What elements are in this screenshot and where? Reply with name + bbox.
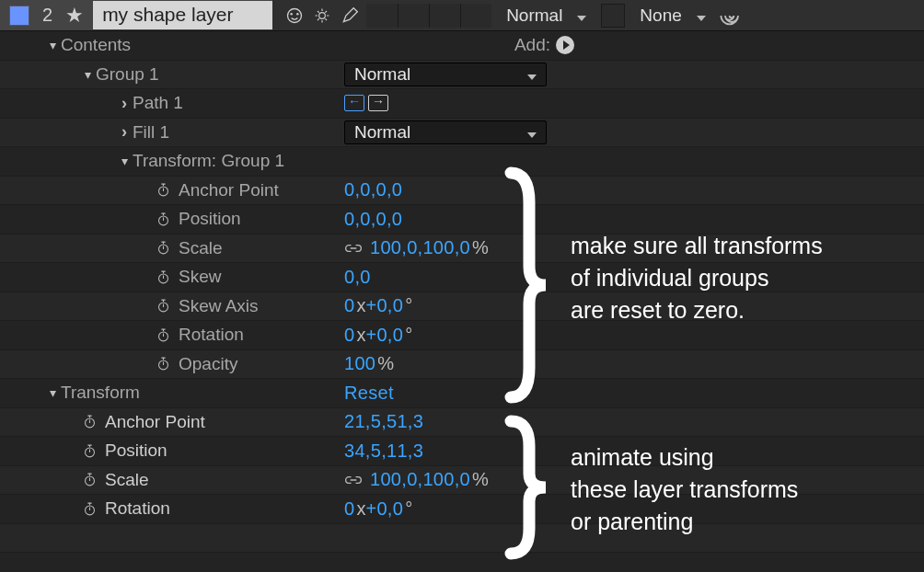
prop-label: Rotation — [105, 498, 170, 519]
parent-value: None — [640, 6, 681, 26]
add-label: Add: — [514, 35, 550, 55]
layer-index: 2 — [42, 5, 52, 26]
prop-label: Anchor Point — [105, 412, 205, 432]
stopwatch-icon[interactable] — [153, 296, 173, 316]
twirl-icon[interactable] — [116, 122, 133, 142]
prop-label: Skew Axis — [179, 296, 259, 316]
fx-icon[interactable] — [283, 5, 306, 27]
svg-point-0 — [288, 8, 302, 22]
prop-label: Position — [179, 209, 241, 229]
transform-label: Transform — [61, 383, 140, 403]
stopwatch-icon[interactable] — [153, 209, 173, 229]
transform-reset[interactable]: Reset — [344, 383, 394, 404]
prop-label: Anchor Point — [179, 180, 279, 200]
svg-point-1 — [291, 13, 294, 15]
svg-point-3 — [319, 12, 326, 18]
chevron-down-icon — [572, 6, 586, 26]
layer-name-field[interactable]: my shape layer — [93, 1, 272, 29]
g1-anchor-point-row[interactable]: Anchor Point 0,0,0,0 — [0, 177, 924, 206]
chevron-down-icon — [522, 64, 537, 85]
layer-switches[interactable] — [366, 4, 491, 28]
prop-unit: ° — [405, 295, 412, 316]
blend-mode-value: Normal — [506, 6, 562, 26]
prop-value[interactable]: 0,0,0,0 — [344, 209, 402, 230]
stopwatch-icon[interactable] — [79, 498, 99, 519]
motion-blur-icon[interactable] — [311, 5, 333, 27]
prop-unit: ° — [405, 325, 412, 346]
prop-value[interactable]: 34,5,11,3 — [344, 440, 423, 462]
transform-group1-row[interactable]: Transform: Group 1 — [0, 147, 924, 177]
prop-value[interactable]: 100,0,100,0 — [370, 469, 470, 490]
annotation-top: make sure all transformsof individual gr… — [571, 230, 823, 326]
path1-row[interactable]: Path 1 — [0, 89, 924, 119]
constrain-proportions-icon[interactable] — [344, 474, 364, 486]
twirl-icon[interactable] — [116, 94, 133, 113]
prop-label: Scale — [105, 470, 149, 490]
path1-label: Path 1 — [133, 93, 183, 113]
shape-layer-icon: ★ — [65, 4, 84, 28]
prop-unit: % — [377, 353, 394, 374]
blend-mode-dropdown[interactable]: Normal — [497, 3, 595, 29]
prop-unit: % — [472, 237, 489, 258]
prop-value[interactable]: 0,0,0,0 — [344, 179, 402, 200]
transform-group1-label: Transform: Group 1 — [133, 151, 284, 171]
prop-value[interactable]: 100,0,100,0 — [370, 237, 470, 258]
stopwatch-icon[interactable] — [153, 267, 173, 287]
prop-value[interactable]: 100 — [344, 353, 375, 374]
twirl-icon[interactable] — [44, 385, 61, 400]
path-direction-toggle[interactable] — [344, 95, 388, 111]
constrain-proportions-icon[interactable] — [344, 242, 364, 255]
parent-pickwhip-icon[interactable] — [719, 3, 745, 29]
fill1-blend-dropdown[interactable]: Normal — [344, 120, 547, 144]
prop-label: Skew — [179, 267, 221, 287]
fill1-label: Fill 1 — [133, 122, 169, 143]
stopwatch-icon[interactable] — [153, 325, 173, 345]
prop-prefix[interactable]: 0 — [344, 325, 354, 346]
prop-label: Rotation — [179, 325, 244, 345]
stopwatch-icon[interactable] — [153, 180, 173, 200]
prop-value[interactable]: 21,5,51,3 — [344, 411, 423, 432]
stopwatch-icon[interactable] — [79, 470, 99, 490]
prop-value[interactable]: +0,0 — [365, 295, 403, 316]
layer-color-swatch[interactable] — [9, 6, 29, 26]
prop-prefix[interactable]: 0 — [344, 295, 354, 316]
prop-value[interactable]: +0,0 — [365, 325, 403, 346]
parent-dropdown[interactable]: None — [630, 3, 714, 29]
prop-label: Scale — [179, 238, 223, 258]
prop-unit: % — [472, 469, 489, 490]
group1-blend-dropdown[interactable]: Normal — [344, 63, 547, 86]
twirl-icon[interactable] — [44, 38, 61, 52]
prop-prefix[interactable]: 0 — [344, 498, 354, 520]
stopwatch-icon[interactable] — [153, 238, 173, 258]
add-menu-button[interactable] — [556, 36, 574, 54]
prop-unit: ° — [405, 498, 412, 520]
chevron-down-icon — [522, 122, 537, 143]
svg-point-2 — [296, 13, 299, 15]
twirl-icon[interactable] — [116, 154, 133, 168]
adjustment-layer-icon[interactable] — [339, 5, 361, 27]
transform-row[interactable]: Transform Reset — [0, 379, 924, 408]
fill1-row[interactable]: Fill 1 Normal — [0, 119, 924, 148]
prop-label: Opacity — [179, 354, 237, 374]
prop-value[interactable]: 0,0 — [344, 267, 371, 288]
chevron-down-icon — [691, 6, 706, 26]
prop-label: Position — [105, 440, 167, 461]
group1-row[interactable]: Group 1 Normal — [0, 61, 924, 90]
stopwatch-icon[interactable] — [79, 412, 99, 432]
group1-label: Group 1 — [96, 64, 159, 85]
layer-header: 2 ★ my shape layer Normal None — [0, 0, 924, 31]
stopwatch-icon[interactable] — [79, 440, 99, 461]
contents-label: Contents — [61, 35, 131, 55]
annotation-bottom: animate usingthese layer transformsor pa… — [571, 441, 798, 538]
twirl-icon[interactable] — [79, 67, 96, 82]
stopwatch-icon[interactable] — [153, 354, 173, 374]
t-anchor-point-row[interactable]: Anchor Point 21,5,51,3 — [0, 408, 924, 438]
contents-row[interactable]: Contents Add: — [0, 31, 924, 61]
prop-value[interactable]: +0,0 — [365, 498, 403, 520]
track-matte-toggle[interactable] — [601, 4, 625, 28]
g1-opacity-row[interactable]: Opacity 100% — [0, 350, 924, 380]
